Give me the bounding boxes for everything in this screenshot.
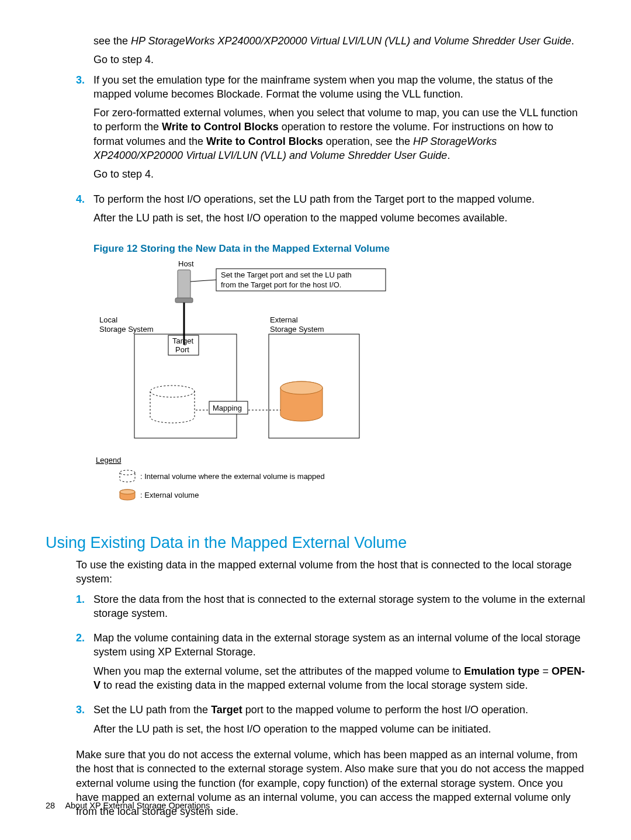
step-number: 3. bbox=[76, 73, 93, 186]
svg-point-10 bbox=[280, 381, 323, 394]
section-heading: Using Existing Data in the Mapped Extern… bbox=[46, 532, 585, 553]
svg-rect-1 bbox=[175, 298, 193, 303]
use-step3-p1: Set the LU path from the Target port to … bbox=[93, 703, 585, 717]
txt-bold: Write to Control Blocks bbox=[206, 136, 323, 147]
use-step-2: 2. Map the volume containing data in the… bbox=[76, 631, 585, 697]
figure-caption: Figure 12 Storing the New Data in the Ma… bbox=[93, 242, 585, 256]
continuation-text: see the HP StorageWorks XP24000/XP20000 … bbox=[93, 34, 585, 67]
step3-p3: Go to step 4. bbox=[93, 167, 585, 181]
use-step2-p1: Map the volume containing data in the ex… bbox=[93, 631, 585, 659]
use-step2-p2: When you map the external volume, set th… bbox=[93, 664, 585, 693]
legend-internal: : Internal volume where the external vol… bbox=[140, 472, 325, 481]
svg-rect-0 bbox=[178, 270, 190, 299]
external-label: External bbox=[270, 315, 298, 324]
legend-external: : External volume bbox=[140, 491, 199, 499]
callout-line1: Set the Target port and set the LU path bbox=[221, 270, 352, 279]
svg-point-12 bbox=[120, 470, 135, 475]
intro-title: HP StorageWorks XP24000/XP20000 Virtual … bbox=[131, 35, 571, 47]
intro-goto: Go to step 4. bbox=[93, 53, 585, 67]
step-number: 4. bbox=[76, 192, 93, 230]
txt-bold: Target bbox=[211, 704, 242, 716]
txt: . bbox=[447, 150, 450, 161]
txt: to read the existing data in the mapped … bbox=[100, 679, 528, 691]
use-step-3: 3. Set the LU path from the Target port … bbox=[76, 703, 585, 741]
port-label: Port bbox=[175, 345, 189, 354]
txt: operation, see the bbox=[323, 136, 413, 147]
use-step1-p1: Store the data from the host that is con… bbox=[93, 592, 585, 621]
txt: Set the LU path from the bbox=[93, 704, 211, 716]
txt-bold: Emulation type bbox=[464, 665, 539, 677]
txt: = bbox=[539, 665, 552, 677]
step-number: 2. bbox=[76, 631, 93, 697]
step-3: 3. If you set the emulation type for the… bbox=[76, 73, 585, 186]
step3-p2: For zero-formatted external volumes, whe… bbox=[93, 106, 585, 162]
local-ss-label: Storage System bbox=[99, 325, 154, 334]
intro-post: . bbox=[571, 35, 574, 47]
footer-title: About XP External Storage Operations bbox=[65, 801, 210, 810]
external-ss-label: Storage System bbox=[270, 325, 324, 334]
section-intro: To use the existing data in the mapped e… bbox=[76, 558, 585, 586]
svg-line-3 bbox=[190, 280, 216, 282]
txt: port to the mapped volume to perform the… bbox=[242, 704, 528, 716]
host-label: Host bbox=[178, 259, 194, 268]
svg-point-8 bbox=[150, 386, 195, 397]
use-step3-p2: After the LU path is set, the host I/O o… bbox=[93, 722, 585, 736]
callout-line2: from the Target port for the host I/O. bbox=[221, 280, 341, 289]
svg-point-14 bbox=[120, 490, 135, 494]
target-label: Target bbox=[172, 336, 194, 345]
step3-p1: If you set the emulation type for the ma… bbox=[93, 73, 585, 102]
legend-title: Legend bbox=[96, 456, 121, 464]
page-footer: 28 About XP External Storage Operations bbox=[46, 800, 210, 812]
step4-p2: After the LU path is set, the host I/O o… bbox=[93, 211, 585, 225]
step-number: 1. bbox=[76, 592, 93, 626]
step4-p1: To perform the host I/O operations, set … bbox=[93, 192, 585, 206]
use-step-1: 1. Store the data from the host that is … bbox=[76, 592, 585, 626]
step-number: 3. bbox=[76, 703, 93, 741]
figure-diagram: Host Set the Target port and set the LU … bbox=[93, 258, 427, 519]
local-label: Local bbox=[99, 315, 117, 324]
mapping-label: Mapping bbox=[213, 404, 242, 412]
txt-bold: Write to Control Blocks bbox=[162, 121, 279, 133]
txt: When you map the external volume, set th… bbox=[93, 665, 464, 677]
step-4: 4. To perform the host I/O operations, s… bbox=[76, 192, 585, 230]
page-number: 28 bbox=[46, 801, 55, 810]
intro-pre: see the bbox=[93, 35, 131, 47]
